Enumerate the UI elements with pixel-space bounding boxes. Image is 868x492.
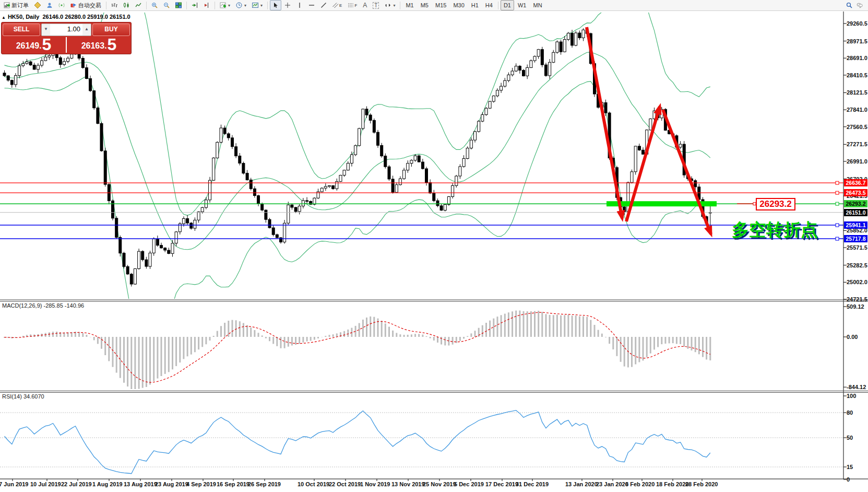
price-callout-label[interactable]: 26293.2 bbox=[756, 198, 795, 210]
candle bbox=[347, 163, 349, 170]
cursor-tool-button[interactable] bbox=[270, 0, 281, 10]
buy-button[interactable]: BUY bbox=[92, 24, 130, 36]
date-label: 22 Jul 2019 bbox=[61, 481, 92, 487]
candle bbox=[190, 223, 193, 228]
search-icon[interactable] bbox=[846, 2, 852, 8]
chart-title: ▲HK50, Daily26146.0 26280.0 25919.0 2615… bbox=[2, 14, 130, 20]
bar-chart-button[interactable] bbox=[109, 0, 120, 10]
candle bbox=[149, 253, 151, 266]
indicators-button[interactable]: ▾ bbox=[217, 0, 233, 10]
fibonacci-tool-button[interactable]: F bbox=[345, 0, 360, 10]
buy-price[interactable]: 26163.5 bbox=[67, 36, 131, 54]
candle bbox=[455, 176, 458, 185]
candle bbox=[41, 61, 43, 65]
candle bbox=[552, 52, 555, 62]
cursor-icon bbox=[272, 2, 279, 8]
channel-tool-button[interactable]: E bbox=[330, 0, 344, 10]
candle bbox=[466, 148, 469, 159]
clock-icon bbox=[236, 2, 242, 8]
tile-windows-button[interactable] bbox=[173, 0, 184, 10]
volume-value[interactable]: 1.00 bbox=[50, 24, 82, 36]
date-label: 23 Aug 2019 bbox=[155, 481, 188, 487]
price-tag-26473.5: 26473.5 bbox=[844, 189, 867, 196]
candle bbox=[194, 220, 196, 228]
candle bbox=[474, 132, 477, 140]
candle bbox=[694, 181, 697, 187]
periods-button[interactable]: ▾ bbox=[233, 0, 249, 10]
rsi-tick: 15 bbox=[847, 464, 868, 470]
timeframe-w1-button[interactable]: W1 bbox=[515, 0, 530, 10]
ohlc-values: 26146.0 26280.0 25919.0 26151.0 bbox=[42, 14, 130, 20]
periods-caret-icon: ▾ bbox=[244, 3, 246, 8]
timeframe-h4-button[interactable]: H4 bbox=[482, 0, 496, 10]
sell-button[interactable]: SELL bbox=[3, 24, 40, 36]
macd-label: MACD(12,26,9) -285.85 -140.96 bbox=[2, 302, 84, 309]
chat-icon[interactable] bbox=[857, 2, 863, 8]
toolbar-separator bbox=[498, 2, 498, 9]
candle bbox=[436, 201, 439, 206]
timeframe-m15-button[interactable]: M15 bbox=[432, 0, 449, 10]
timeframe-m5-button[interactable]: M5 bbox=[418, 0, 432, 10]
one-click-trading-panel: SELL ▼ 1.00 ▲ BUY 26149.5 26163.5 bbox=[1, 22, 132, 54]
candle bbox=[336, 181, 338, 189]
date-label: 22 Oct 2019 bbox=[329, 481, 361, 487]
line-chart-button[interactable] bbox=[133, 0, 144, 10]
timeframe-d1-button[interactable]: D1 bbox=[501, 0, 514, 10]
volume-down-button[interactable]: ▼ bbox=[42, 24, 50, 36]
candle bbox=[123, 253, 125, 267]
candlestick-button[interactable] bbox=[121, 0, 132, 10]
vertical-line-tool-button[interactable] bbox=[294, 0, 305, 10]
candle bbox=[526, 67, 529, 76]
candle bbox=[533, 56, 536, 61]
panel-collapse-icon[interactable]: ▲ bbox=[2, 15, 6, 20]
price-tick: 28691.0 bbox=[847, 55, 868, 61]
timeframe-m30-button[interactable]: M30 bbox=[450, 0, 467, 10]
volume-up-button[interactable]: ▲ bbox=[82, 24, 91, 36]
date-label: 16 Sep 2019 bbox=[217, 481, 249, 487]
ide-button[interactable] bbox=[32, 0, 43, 10]
auto-scroll-button[interactable] bbox=[189, 0, 200, 10]
candle bbox=[201, 207, 204, 212]
trendline-tool-button[interactable] bbox=[318, 0, 329, 10]
community-button[interactable] bbox=[44, 0, 55, 10]
candle bbox=[175, 232, 177, 243]
date-label: 31 Dec 2019 bbox=[516, 481, 549, 487]
candle bbox=[276, 235, 278, 238]
horizontal-line-tool-button[interactable] bbox=[306, 0, 317, 10]
autotrading-label: 自动交易 bbox=[78, 2, 101, 9]
label-tool-letter: T bbox=[373, 2, 379, 9]
macd-signal-line bbox=[5, 312, 710, 382]
arrows-tool-button[interactable]: ▾ bbox=[382, 0, 398, 10]
crosshair-tool-button[interactable] bbox=[282, 0, 293, 10]
trendline-icon bbox=[320, 2, 327, 8]
label-tool-button[interactable]: T bbox=[370, 0, 382, 10]
autotrading-button[interactable]: 自动交易 bbox=[68, 0, 104, 10]
candle bbox=[391, 179, 394, 192]
candle bbox=[160, 245, 163, 248]
zoom-out-button[interactable] bbox=[161, 0, 172, 10]
sell-price[interactable]: 26149.5 bbox=[2, 36, 66, 54]
candle bbox=[242, 163, 245, 173]
candle bbox=[145, 260, 148, 266]
new-order-button[interactable]: 新订单 bbox=[1, 0, 31, 10]
trend-arrow-1[interactable] bbox=[587, 27, 622, 218]
price-tick: 29260.5 bbox=[847, 20, 868, 27]
trend-arrow-3[interactable] bbox=[663, 110, 711, 234]
chart-shift-button[interactable] bbox=[201, 0, 212, 10]
timeframe-mn-button[interactable]: MN bbox=[530, 0, 545, 10]
rsi-panel bbox=[0, 411, 843, 474]
level-lines bbox=[0, 181, 843, 240]
chart-canvas[interactable] bbox=[0, 0, 868, 492]
signals-button[interactable] bbox=[56, 0, 67, 10]
templates-button[interactable]: ▾ bbox=[249, 0, 265, 10]
text-tool-button[interactable]: A bbox=[360, 0, 370, 10]
candle bbox=[253, 189, 256, 195]
new-order-icon bbox=[4, 2, 10, 8]
candle bbox=[100, 123, 103, 151]
candle bbox=[112, 201, 114, 218]
candle bbox=[328, 185, 331, 186]
timeframe-h1-button[interactable]: H1 bbox=[468, 0, 482, 10]
zoom-in-button[interactable] bbox=[149, 0, 160, 10]
date-label: 25 Nov 2019 bbox=[423, 481, 456, 487]
timeframe-m1-button[interactable]: M1 bbox=[402, 0, 417, 10]
